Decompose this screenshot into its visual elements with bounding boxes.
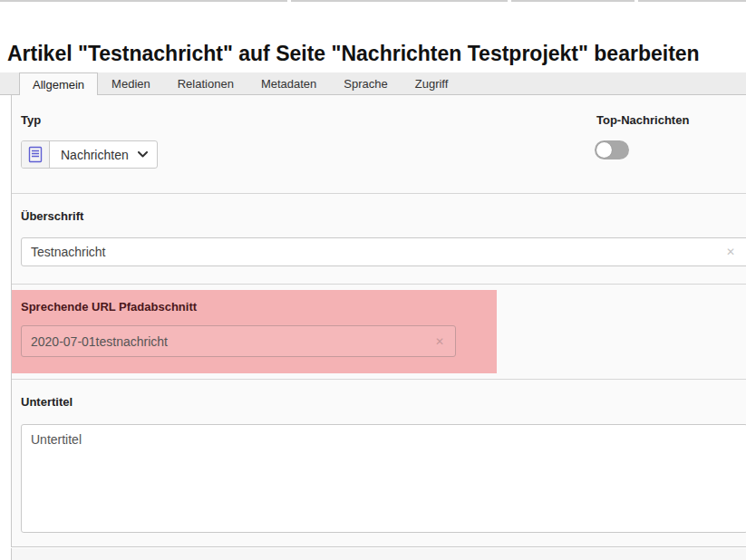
ueberschrift-label: Überschrift <box>21 209 83 223</box>
url-segment-input[interactable] <box>22 326 455 356</box>
toggle-knob <box>596 142 612 158</box>
url-segment-highlight-block: Sprechende URL Pfadabschnitt ✕ <box>12 290 497 373</box>
clear-icon[interactable]: ✕ <box>726 246 735 257</box>
typ-select-value: Nachrichten <box>61 148 129 162</box>
typ-iconbox <box>22 141 50 168</box>
tab-zugriff[interactable]: Zugriff <box>402 72 462 94</box>
tab-allgemein[interactable]: Allgemein <box>19 72 98 95</box>
section-divider <box>12 379 746 380</box>
untertitel-label: Untertitel <box>21 395 73 409</box>
tab-metadaten[interactable]: Metadaten <box>247 72 330 94</box>
ueberschrift-input[interactable] <box>22 238 746 266</box>
chevron-down-icon <box>138 151 148 158</box>
top-nachrichten-label: Top-Nachrichten <box>596 113 689 127</box>
tab-medien[interactable]: Medien <box>98 72 164 94</box>
untertitel-field-wrap: Untertitel <box>21 424 746 533</box>
url-segment-label: Sprechende URL Pfadabschnitt <box>21 300 197 314</box>
top-divider-gap <box>508 0 511 2</box>
page-title: Artikel "Testnachricht" auf Seite "Nachr… <box>7 41 700 66</box>
section-divider <box>12 284 746 285</box>
typ-select[interactable]: Nachrichten <box>21 140 158 169</box>
url-segment-field-wrap: ✕ <box>21 325 456 357</box>
tab-sprache[interactable]: Sprache <box>330 72 401 94</box>
next-section-strip <box>11 548 746 560</box>
tab-bar: Allgemein Medien Relationen Metadaten Sp… <box>0 72 746 95</box>
tab-relationen[interactable]: Relationen <box>164 72 247 94</box>
top-divider-gap <box>287 0 291 2</box>
section-divider <box>12 193 746 194</box>
untertitel-textarea[interactable]: Untertitel <box>22 425 746 532</box>
top-divider-gap <box>635 0 638 2</box>
ueberschrift-field-wrap: ✕ <box>21 237 746 266</box>
clear-icon[interactable]: ✕ <box>435 336 444 347</box>
tab-panel-allgemein: Typ Nachrichten Top-Nachrichten <box>11 95 746 547</box>
typ-label: Typ <box>21 113 41 127</box>
document-icon <box>28 146 43 163</box>
article-edit-screen: Artikel "Testnachricht" auf Seite "Nachr… <box>0 0 746 560</box>
top-nachrichten-toggle[interactable] <box>595 140 629 159</box>
